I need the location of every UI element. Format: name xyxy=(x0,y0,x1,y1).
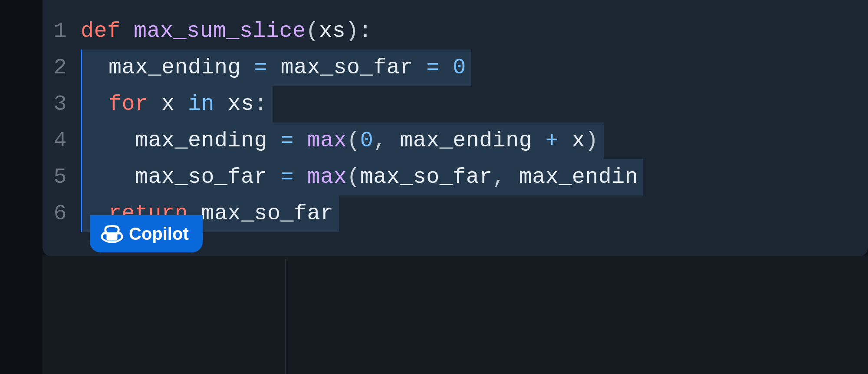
code-token: ( xyxy=(347,165,360,189)
code-token: 0 xyxy=(360,128,374,153)
code-token: max_endin xyxy=(506,165,638,189)
code-token: : xyxy=(254,92,268,116)
code-token: max_so_far xyxy=(360,165,493,189)
line-number: 2 xyxy=(43,50,81,86)
line-number: 6 xyxy=(43,195,81,232)
code-token: max_sum_slice xyxy=(134,19,306,43)
code-area[interactable]: 1def max_sum_slice(xs):2 max_ending = ma… xyxy=(43,0,868,232)
code-token: xs xyxy=(319,19,345,43)
code-token xyxy=(440,55,453,80)
code-token: for xyxy=(108,92,161,116)
code-token: def xyxy=(81,19,134,43)
code-indent xyxy=(82,55,108,80)
code-token: in xyxy=(188,92,228,116)
line-number: 5 xyxy=(43,159,81,195)
code-token: max_ending xyxy=(108,55,254,80)
line-content[interactable]: max_ending = max(0, max_ending + x) xyxy=(81,122,604,159)
code-line[interactable]: 1def max_sum_slice(xs): xyxy=(43,13,868,50)
code-token: xs xyxy=(228,92,254,116)
code-token: max xyxy=(307,128,347,153)
line-number: 3 xyxy=(43,86,81,122)
line-content[interactable]: for x in xs: xyxy=(81,86,273,122)
code-line[interactable]: 2 max_ending = max_so_far = 0 xyxy=(43,50,868,86)
code-token: + xyxy=(546,128,559,153)
code-line[interactable]: 4 max_ending = max(0, max_ending + x) xyxy=(43,122,868,159)
code-token: x xyxy=(559,128,585,153)
line-number: 1 xyxy=(43,13,81,50)
code-token: max_so_far xyxy=(267,55,426,80)
code-token: = xyxy=(281,128,294,153)
line-content[interactable]: def max_sum_slice(xs): xyxy=(81,13,372,50)
code-token: 0 xyxy=(453,55,466,80)
code-token: : xyxy=(359,19,372,43)
code-token: max_ending xyxy=(135,128,281,153)
code-token: max_so_far xyxy=(135,165,281,189)
code-token: ( xyxy=(306,19,319,43)
code-indent xyxy=(82,165,135,189)
code-token xyxy=(294,165,307,189)
vertical-divider xyxy=(285,259,286,374)
code-token: , xyxy=(493,165,506,189)
copilot-label: Copilot xyxy=(129,224,189,244)
code-token: , xyxy=(373,128,387,153)
code-token: max_ending xyxy=(387,128,546,153)
code-token: max_so_far xyxy=(201,201,334,226)
code-token: ( xyxy=(347,128,360,153)
line-content[interactable]: max_so_far = max(max_so_far, max_endin xyxy=(81,159,643,195)
line-content[interactable]: max_ending = max_so_far = 0 xyxy=(81,50,471,86)
code-token: ) xyxy=(585,128,598,153)
copilot-badge[interactable]: Copilot xyxy=(90,215,203,252)
code-line[interactable]: 5 max_so_far = max(max_so_far, max_endin xyxy=(43,159,868,195)
code-line[interactable]: 3 for x in xs: xyxy=(43,86,868,122)
code-token: x xyxy=(161,92,188,116)
copilot-icon xyxy=(101,223,123,245)
code-token xyxy=(294,128,307,153)
code-token: = xyxy=(281,165,294,189)
code-token: ) xyxy=(345,19,359,43)
code-indent xyxy=(82,92,108,116)
code-indent xyxy=(82,128,135,153)
code-token: max xyxy=(307,165,347,189)
line-number: 4 xyxy=(43,122,81,159)
code-token: = xyxy=(426,55,440,80)
code-token: = xyxy=(254,55,268,80)
editor-lower-area xyxy=(43,255,868,374)
